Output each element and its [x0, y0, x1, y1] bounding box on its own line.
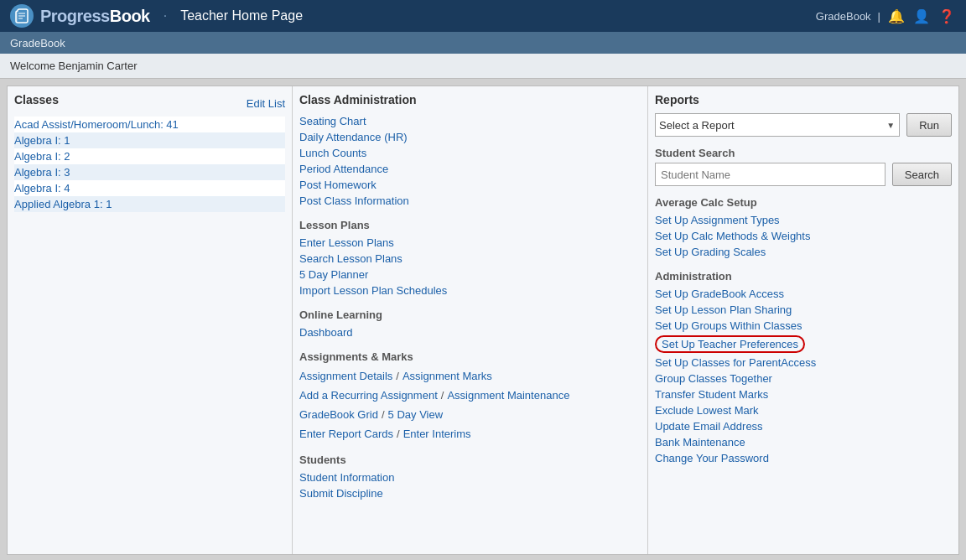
classes-header-row: Classes Edit List	[14, 93, 285, 113]
assignment-details-row: Assignment Details / Assignment Marks	[299, 366, 641, 386]
transfer-student-marks-link[interactable]: Transfer Student Marks	[655, 386, 952, 402]
help-icon[interactable]: ❓	[937, 7, 956, 25]
assignment-marks-link[interactable]: Assignment Marks	[402, 368, 492, 384]
list-item[interactable]: Algebra I: 3	[14, 164, 285, 180]
select-report-wrapper: Select a Report ▼	[655, 113, 900, 137]
list-item[interactable]: Acad Assist/Homeroom/Lunch: 41	[14, 117, 285, 132]
lunch-counts-link[interactable]: Lunch Counts	[299, 145, 641, 161]
reports-column: Reports Select a Report ▼ Run Student Se…	[648, 86, 958, 554]
seating-chart-link[interactable]: Seating Chart	[299, 113, 641, 129]
students-title: Students	[299, 454, 641, 466]
classes-column: Classes Edit List Acad Assist/Homeroom/L…	[8, 86, 293, 554]
assignment-details-link[interactable]: Assignment Details	[299, 368, 392, 384]
update-email-address-link[interactable]: Update Email Address	[655, 418, 952, 434]
student-search-title: Student Search	[655, 147, 952, 159]
change-password-link[interactable]: Change Your Password	[655, 450, 952, 466]
group-classes-together-link[interactable]: Group Classes Together	[655, 371, 952, 386]
top-navigation: ProgressBook · Teacher Home Page GradeBo…	[0, 0, 966, 32]
gradebook-grid-link[interactable]: GradeBook Grid	[299, 407, 378, 423]
setup-gradebook-access-link[interactable]: Set Up GradeBook Access	[655, 286, 952, 302]
reports-title: Reports	[655, 93, 952, 108]
setup-grading-scales-link[interactable]: Set Up Grading Scales	[655, 244, 952, 260]
bell-icon[interactable]: 🔔	[887, 7, 906, 25]
separator: /	[396, 370, 399, 382]
daily-attendance-link[interactable]: Daily Attendance (HR)	[299, 129, 641, 145]
enter-interims-link[interactable]: Enter Interims	[403, 426, 471, 442]
classes-list: Acad Assist/Homeroom/Lunch: 41 Algebra I…	[14, 117, 285, 212]
bank-maintenance-link[interactable]: Bank Maintenance	[655, 434, 952, 450]
student-search-row: Search	[655, 163, 952, 186]
edit-list-link[interactable]: Edit List	[247, 97, 285, 110]
separator: /	[397, 428, 400, 440]
page-title: Teacher Home Page	[180, 8, 303, 23]
gradebook-label: GradeBook	[816, 10, 871, 23]
list-item[interactable]: Applied Algebra 1: 1	[14, 196, 285, 212]
user-icon[interactable]: 👤	[912, 7, 931, 25]
sub-navigation: GradeBook	[0, 32, 966, 54]
5day-planner-link[interactable]: 5 Day Planner	[299, 267, 641, 283]
setup-lesson-plan-sharing-link[interactable]: Set Up Lesson Plan Sharing	[655, 302, 952, 318]
recurring-assignment-row: Add a Recurring Assignment / Assignment …	[299, 386, 641, 405]
5day-view-link[interactable]: 5 Day View	[388, 407, 444, 423]
main-content: Classes Edit List Acad Assist/Homeroom/L…	[7, 86, 959, 555]
logo-icon	[10, 4, 34, 28]
separator: /	[441, 389, 444, 402]
setup-groups-within-classes-link[interactable]: Set Up Groups Within Classes	[655, 318, 952, 334]
import-lesson-plan-link[interactable]: Import Lesson Plan Schedules	[299, 283, 641, 298]
enter-report-cards-link[interactable]: Enter Report Cards	[299, 426, 393, 442]
search-lesson-plans-link[interactable]: Search Lesson Plans	[299, 251, 641, 267]
list-item[interactable]: Algebra I: 1	[14, 132, 285, 148]
exclude-lowest-mark-link[interactable]: Exclude Lowest Mark	[655, 402, 952, 418]
dashboard-link[interactable]: Dashboard	[299, 324, 641, 340]
class-admin-column: Class Administration Seating Chart Daily…	[293, 86, 648, 554]
assignments-marks-title: Assignments & Marks	[299, 350, 641, 363]
period-attendance-link[interactable]: Period Attendance	[299, 161, 641, 177]
administration-title: Administration	[655, 270, 952, 283]
list-item[interactable]: Algebra I: 2	[14, 148, 285, 164]
assignment-maintenance-link[interactable]: Assignment Maintenance	[447, 387, 569, 403]
enter-lesson-plans-link[interactable]: Enter Lesson Plans	[299, 235, 641, 251]
report-cards-row: Enter Report Cards / Enter Interims	[299, 424, 641, 443]
search-button[interactable]: Search	[892, 163, 952, 186]
add-recurring-assignment-link[interactable]: Add a Recurring Assignment	[299, 387, 438, 403]
online-learning-title: Online Learning	[299, 309, 641, 321]
student-information-link[interactable]: Student Information	[299, 469, 641, 485]
welcome-bar: Welcome Benjamin Carter	[0, 54, 966, 79]
setup-classes-parentaccess-link[interactable]: Set Up Classes for ParentAccess	[655, 355, 952, 371]
list-item[interactable]: Algebra I: 4	[14, 180, 285, 196]
teacher-prefs-wrapper: Set Up Teacher Preferences	[655, 334, 952, 355]
setup-teacher-preferences-link[interactable]: Set Up Teacher Preferences	[655, 335, 805, 353]
gradebook-grid-row: GradeBook Grid / 5 Day View	[299, 405, 641, 424]
logo-area: ProgressBook · Teacher Home Page	[10, 4, 303, 28]
post-homework-link[interactable]: Post Homework	[299, 177, 641, 193]
welcome-text: Welcome Benjamin Carter	[10, 60, 137, 72]
run-button[interactable]: Run	[906, 113, 952, 137]
report-select-row: Select a Report ▼ Run	[655, 113, 952, 137]
setup-calc-methods-link[interactable]: Set Up Calc Methods & Weights	[655, 228, 952, 244]
pipe-separator: |	[878, 10, 880, 23]
setup-assignment-types-link[interactable]: Set Up Assignment Types	[655, 212, 952, 228]
subnav-label: GradeBook	[10, 37, 65, 49]
nav-right-area: GradeBook | 🔔 👤 ❓	[816, 7, 956, 25]
student-name-input[interactable]	[655, 163, 886, 186]
avg-calc-title: Average Calc Setup	[655, 196, 952, 209]
lesson-plans-title: Lesson Plans	[299, 219, 641, 231]
logo-text: ProgressBook	[40, 7, 150, 26]
submit-discipline-link[interactable]: Submit Discipline	[299, 485, 641, 501]
separator: /	[382, 408, 385, 421]
report-select[interactable]: Select a Report	[655, 113, 900, 137]
class-admin-title: Class Administration	[299, 93, 641, 108]
classes-title: Classes	[14, 93, 59, 108]
nav-pipe: ·	[164, 8, 167, 23]
post-class-info-link[interactable]: Post Class Information	[299, 193, 641, 209]
